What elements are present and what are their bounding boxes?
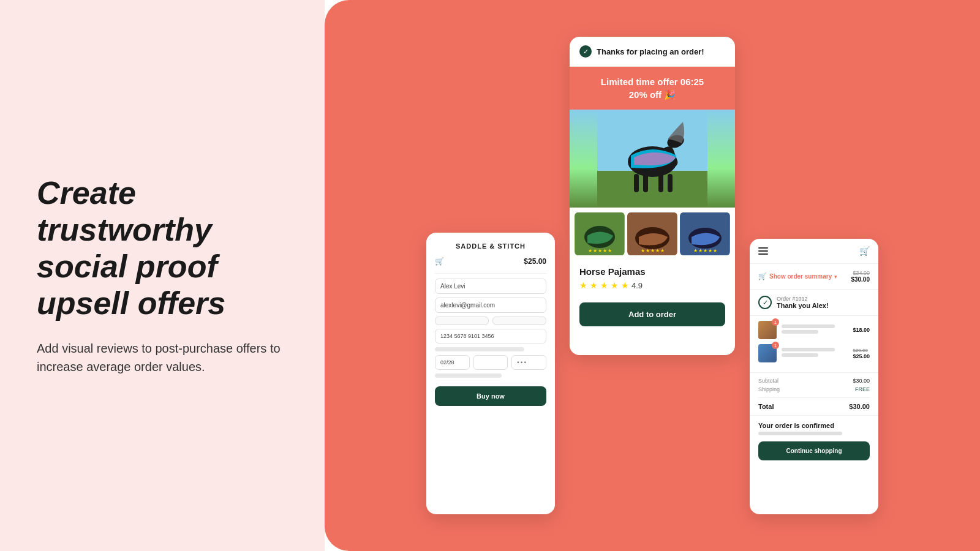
upsell-header: ✓ Thanks for placing an order! xyxy=(570,37,735,67)
item-details-1 xyxy=(782,324,848,335)
upsell-card: ✓ Thanks for placing an order! Limited t… xyxy=(570,37,735,355)
confirmed-header: 🛒 xyxy=(750,239,878,264)
email-field[interactable]: alexlevi@gmail.com xyxy=(435,298,546,313)
order-summary-text[interactable]: Show order summary xyxy=(769,273,832,280)
thank-you-text: Thank you Alex! xyxy=(777,302,870,309)
order-thank-you: ✓ Order #1012 Thank you Alex! xyxy=(750,290,878,316)
cvv-field[interactable]: • • • xyxy=(511,355,546,370)
confirmed-section: Your order is confirmed Continue shoppin… xyxy=(750,416,878,467)
state-field[interactable] xyxy=(492,317,546,325)
expiry-field[interactable]: 02/28 xyxy=(435,355,470,370)
continue-shopping-button[interactable]: Continue shopping xyxy=(758,441,870,460)
divider-1 xyxy=(435,273,546,274)
svg-rect-6 xyxy=(643,174,648,192)
product-info: Horse Pajamas ★ ★ ★ ★ ★ 4.9 xyxy=(570,260,735,302)
shipping-label: Shipping xyxy=(758,386,780,392)
hamburger-icon[interactable] xyxy=(758,247,768,255)
product-image xyxy=(570,110,735,208)
thumbnail-2[interactable]: ★ ★ ★ ★ ★ xyxy=(627,212,677,255)
rating-number: 4.9 xyxy=(631,281,643,290)
item-badge-2: 1 xyxy=(772,342,779,349)
cart-icon-small: 🛒 xyxy=(758,272,767,280)
main-subtext: Add visual reviews to post-purchase offe… xyxy=(37,339,288,376)
svg-rect-5 xyxy=(634,174,639,192)
order-summary-row: 🛒 Show order summary ▾ $34.00 $30.00 xyxy=(750,264,878,290)
name-field[interactable]: Alex Levi xyxy=(435,279,546,294)
checkout-price: $25.00 xyxy=(524,257,546,266)
confirmed-sub-bar xyxy=(758,432,842,435)
total-value: $30.00 xyxy=(849,403,870,410)
order-number: Order #1012 xyxy=(777,296,870,302)
svg-rect-7 xyxy=(658,174,663,192)
left-content: Create trustworthy social proof upsell o… xyxy=(37,175,288,375)
checkout-card: SADDLE & STITCH 🛒 $25.00 Alex Levi alexl… xyxy=(426,233,555,514)
subtotal-label: Subtotal xyxy=(758,378,778,384)
checkout-header-row: 🛒 $25.00 xyxy=(435,257,546,266)
limited-offer-banner: Limited time offer 06:25 20% off 🎉 xyxy=(570,67,735,110)
thumbnail-row: ★ ★ ★ ★ ★ ★ ★ ★ ★ ★ xyxy=(570,208,735,260)
item-desc-bar-1 xyxy=(782,330,818,334)
expiry-cvv-row: 02/28 • • • xyxy=(435,355,546,370)
card-number-field[interactable]: 1234 5678 9101 3456 xyxy=(435,329,546,343)
checkout-card-inner: SADDLE & STITCH 🛒 $25.00 Alex Levi alexl… xyxy=(426,233,555,416)
city-field[interactable] xyxy=(435,317,489,325)
address-bar xyxy=(435,347,524,351)
upsell-header-text: Thanks for placing an order! xyxy=(597,47,704,56)
horse-svg xyxy=(597,110,707,208)
item-desc-bar-2 xyxy=(782,353,818,357)
item-thumbnail-1: 1 xyxy=(758,321,777,339)
price-original: $34.00 xyxy=(851,270,870,276)
stars-row: ★ ★ ★ ★ ★ 4.9 xyxy=(579,280,725,290)
horse-image-placeholder xyxy=(570,110,735,208)
thumb3-stars: ★ ★ ★ ★ ★ xyxy=(693,248,717,253)
thumb2-stars: ★ ★ ★ ★ ★ xyxy=(641,248,665,253)
buy-now-button[interactable]: Buy now xyxy=(435,386,546,406)
offer-line2: 20% off 🎉 xyxy=(578,88,726,101)
add-to-order-button[interactable]: Add to order xyxy=(579,302,725,326)
totals-divider xyxy=(758,397,870,398)
circle-check-icon: ✓ xyxy=(758,296,772,309)
header-cart-icon: 🛒 xyxy=(859,246,870,256)
star-1: ★ xyxy=(579,280,587,290)
store-name: SADDLE & STITCH xyxy=(435,242,546,250)
item-name-bar-1 xyxy=(782,324,835,328)
order-items: 1 $18.00 1 $29.00 $25.00 xyxy=(750,316,878,373)
price-current: $30.00 xyxy=(851,276,870,283)
product-name: Horse Pajamas xyxy=(579,266,725,277)
star-4: ★ xyxy=(611,280,619,290)
left-panel: Create trustworthy social proof upsell o… xyxy=(0,0,325,551)
thumbnail-1[interactable]: ★ ★ ★ ★ ★ xyxy=(575,212,625,255)
right-panel: SADDLE & STITCH 🛒 $25.00 Alex Levi alexl… xyxy=(325,0,980,551)
order-item-1: 1 $18.00 xyxy=(758,321,870,339)
subtotal-value: $30.00 xyxy=(853,378,870,384)
item-price-2: $29.00 $25.00 xyxy=(853,347,870,359)
total-label: Total xyxy=(758,403,774,410)
chevron-icon: ▾ xyxy=(834,274,837,280)
svg-rect-8 xyxy=(668,174,673,192)
prices-right: $34.00 $30.00 xyxy=(851,270,870,283)
check-icon: ✓ xyxy=(579,45,592,58)
order-item-2: 1 $29.00 $25.00 xyxy=(758,344,870,362)
item-name-bar-2 xyxy=(782,348,835,351)
item-details-2 xyxy=(782,348,848,359)
main-heading: Create trustworthy social proof upsell o… xyxy=(37,175,288,321)
subtotal-row: Subtotal $30.00 xyxy=(758,378,870,384)
offer-line1: Limited time offer 06:25 xyxy=(578,75,726,88)
star-3: ★ xyxy=(600,280,608,290)
cart-icon: 🛒 xyxy=(435,257,444,266)
shipping-value: FREE xyxy=(855,386,870,392)
billing-bar xyxy=(435,373,502,378)
totals-section: Subtotal $30.00 Shipping FREE Total $30.… xyxy=(750,373,878,416)
confirmed-text: Your order is confirmed xyxy=(758,422,870,429)
item-badge-1: 1 xyxy=(772,318,779,326)
star-2: ★ xyxy=(590,280,598,290)
thumb1-stars: ★ ★ ★ ★ ★ xyxy=(588,248,612,253)
thumbnail-3[interactable]: ★ ★ ★ ★ ★ xyxy=(680,212,730,255)
item-price-1: $18.00 xyxy=(853,327,870,333)
zip-field[interactable] xyxy=(473,355,508,370)
grand-total-row: Total $30.00 xyxy=(758,403,870,410)
city-state-row xyxy=(435,317,546,325)
item-thumbnail-2: 1 xyxy=(758,344,777,362)
star-5: ★ xyxy=(621,280,629,290)
shipping-row: Shipping FREE xyxy=(758,386,870,392)
